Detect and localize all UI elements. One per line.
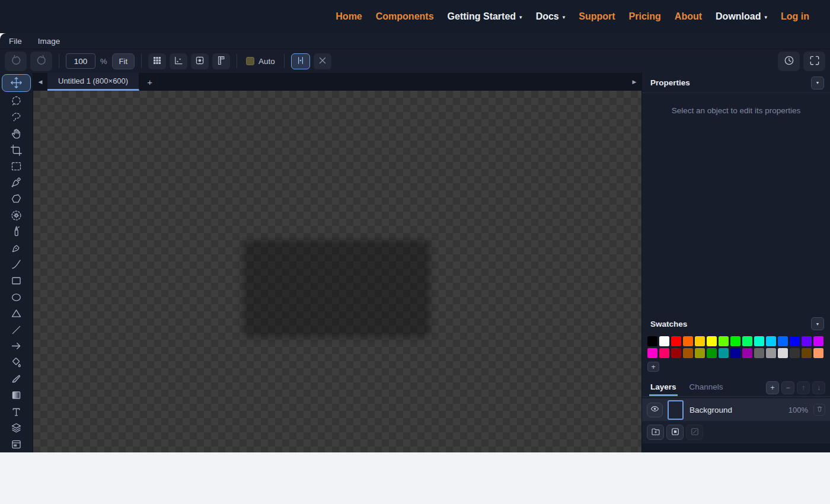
swatch-00ee00[interactable] [730, 336, 740, 346]
nav-link-about[interactable]: About [675, 11, 702, 22]
add-tab-button[interactable]: + [139, 73, 161, 91]
swatch-ff0066[interactable] [659, 348, 669, 358]
swatch-000000[interactable] [647, 336, 657, 346]
menu-file[interactable]: File [9, 37, 22, 46]
target-button[interactable] [191, 53, 209, 69]
swatch-666666[interactable] [754, 348, 764, 358]
swatch-000099[interactable] [730, 348, 740, 358]
duplicate-layer-button[interactable] [666, 425, 684, 440]
swatch-a35200[interactable] [683, 348, 693, 358]
hand-tool[interactable] [0, 126, 33, 142]
brush-tool[interactable] [0, 371, 33, 387]
nav-link-home[interactable]: Home [336, 11, 362, 22]
swatch-9900aa[interactable] [742, 348, 752, 358]
fill-tool[interactable] [0, 355, 33, 371]
marker-tool[interactable] [0, 240, 33, 257]
tab-channels[interactable]: Channels [688, 379, 724, 396]
swatch-ff00cc[interactable] [647, 348, 657, 358]
history-button[interactable] [778, 52, 800, 71]
move-layer-down-button[interactable]: ↓ [812, 381, 825, 394]
swatch-0066ff[interactable] [778, 336, 788, 346]
clear-layer-button[interactable] [686, 425, 703, 440]
ruler-button[interactable] [212, 53, 230, 69]
swatch-ff9966[interactable] [813, 348, 823, 358]
close-button[interactable] [314, 53, 331, 69]
swatch-00ff66[interactable] [742, 336, 752, 346]
nav-link-support[interactable]: Support [579, 11, 615, 22]
triangle-tool[interactable] [0, 305, 33, 322]
add-swatch-button[interactable]: + [647, 362, 659, 372]
swatch-ffff00[interactable] [707, 336, 717, 346]
undo-button[interactable] [5, 52, 27, 71]
document-tab[interactable]: Untitled 1 (800×600) [47, 73, 139, 91]
add-layer-button[interactable]: + [766, 381, 779, 394]
layer-row-background[interactable]: Background100% [642, 398, 830, 421]
gradient-tool[interactable] [0, 387, 33, 404]
lasso-tool[interactable] [0, 109, 33, 126]
swatch-00ccff[interactable] [766, 336, 776, 346]
fullscreen-button[interactable] [803, 52, 825, 71]
polygon-tool[interactable] [0, 191, 33, 208]
fit-button[interactable]: Fit [112, 53, 135, 69]
layer-visibility-button[interactable] [647, 403, 663, 417]
nav-link-docs[interactable]: Docs▾ [536, 11, 566, 22]
text-tool[interactable] [0, 403, 33, 420]
line-tool[interactable] [0, 321, 33, 338]
swatch-ffffff[interactable] [659, 336, 669, 346]
grid-toggle-button[interactable] [148, 53, 166, 69]
properties-collapse-button[interactable]: ▼ [811, 76, 824, 90]
media-tool[interactable] [0, 436, 33, 452]
swatch-333333[interactable] [790, 348, 800, 358]
swatch-ffcc00[interactable] [695, 336, 705, 346]
swatch-00ffcc[interactable] [754, 336, 764, 346]
swatch-999900[interactable] [695, 348, 705, 358]
spray-tool[interactable] [0, 224, 33, 240]
swatches-collapse-button[interactable]: ▼ [811, 317, 824, 330]
canvas-transparency-grid[interactable] [33, 91, 641, 452]
swatch-66ff00[interactable] [719, 336, 729, 346]
swatch-ff6600[interactable] [683, 336, 693, 346]
nav-link-pricing[interactable]: Pricing [629, 11, 661, 22]
swatch-6600ff[interactable] [802, 336, 812, 346]
rectangle-tool[interactable] [0, 273, 33, 289]
layers-tool[interactable] [0, 420, 33, 436]
layer-thumbnail[interactable] [668, 400, 684, 420]
tabs-prev-button[interactable]: ◀ [33, 73, 47, 91]
caret-down-icon: ▾ [563, 14, 566, 20]
tab-layers[interactable]: Layers [649, 379, 678, 396]
pen-tool[interactable] [0, 174, 33, 191]
tabbar-spacer [161, 73, 627, 91]
delete-layer-button[interactable] [813, 404, 825, 416]
gear-select-tool[interactable] [0, 208, 33, 224]
redo-button[interactable] [30, 52, 52, 71]
swatch-ff0000[interactable] [671, 336, 681, 346]
move-tool[interactable] [2, 74, 31, 92]
swatch-d9d9d9[interactable] [778, 348, 788, 358]
ellipse-tool[interactable] [0, 289, 33, 305]
menu-image[interactable]: Image [38, 37, 60, 46]
arrow-tool[interactable] [0, 338, 33, 355]
swatch-0000ff[interactable] [790, 336, 800, 346]
auto-color-swatch[interactable] [246, 57, 254, 65]
swatch-009900[interactable] [707, 348, 717, 358]
ellipse-select-tool[interactable] [0, 93, 33, 110]
zoom-input[interactable] [66, 53, 95, 69]
swatch-990000[interactable] [671, 348, 681, 358]
swatch-cc00ff[interactable] [813, 336, 823, 346]
center-guides-button[interactable] [291, 53, 310, 69]
swatch-664400[interactable] [802, 348, 812, 358]
swatch-009999[interactable] [719, 348, 729, 358]
nav-link-getting-started[interactable]: Getting Started▾ [448, 11, 522, 22]
nav-link-download[interactable]: Download▾ [716, 11, 767, 22]
new-folder-button[interactable] [647, 425, 664, 440]
crop-tool[interactable] [0, 142, 33, 158]
nav-link-components[interactable]: Components [376, 11, 434, 22]
chart-button[interactable] [170, 53, 187, 69]
move-layer-up-button[interactable]: ↑ [797, 381, 810, 394]
remove-layer-button[interactable]: − [781, 381, 794, 394]
swatch-999999[interactable] [766, 348, 776, 358]
curve-tool[interactable] [0, 256, 33, 273]
rect-select-tool[interactable] [0, 158, 33, 175]
nav-link-log-in[interactable]: Log in [781, 11, 809, 22]
tabs-next-button[interactable]: ▶ [627, 73, 641, 91]
